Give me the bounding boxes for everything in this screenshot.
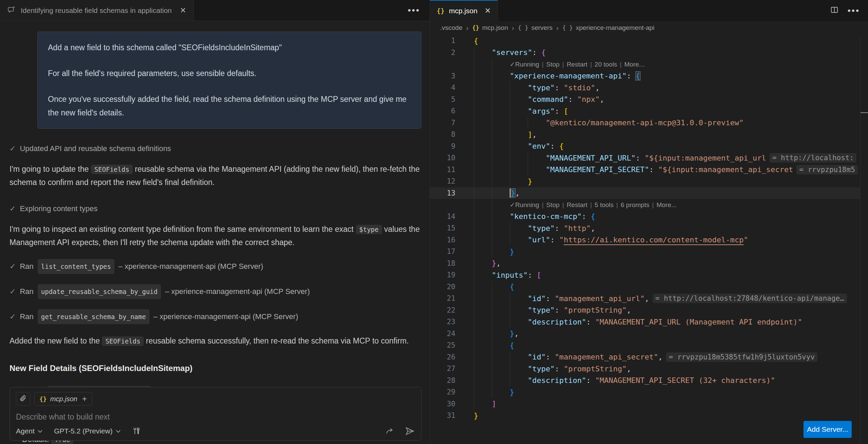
codelens-link[interactable]: Stop <box>546 61 560 68</box>
indent-guides <box>474 70 510 82</box>
url-link[interactable]: https://ai.kentico.com/content-model-mcp <box>564 236 744 244</box>
line-content: "@kentico/management-api-mcp@31.0.0-prev… <box>455 117 744 129</box>
attach-button[interactable] <box>16 392 30 406</box>
mode-picker[interactable]: Agent <box>16 427 42 435</box>
code-token: "xperience-management-api" <box>510 72 627 80</box>
indent-guides <box>474 269 492 281</box>
split-editor-icon[interactable] <box>830 5 839 16</box>
tool-name-chip[interactable]: update_reusable_schema_by_guid <box>38 284 161 299</box>
code-editor[interactable]: 1{2"servers": {✓Running|Stop|Restart|20 … <box>430 35 860 444</box>
chat-input-box[interactable]: {} mcp.json + Describe what to build nex… <box>10 387 421 441</box>
code-token: } <box>511 189 515 197</box>
tools-button[interactable] <box>132 427 141 436</box>
code-token: : <box>586 376 595 385</box>
chat-input-placeholder[interactable]: Describe what to build next <box>16 412 415 422</box>
indent-guides <box>474 316 528 328</box>
line-content: "args": [ <box>455 105 568 117</box>
code-line: 6"args": [ <box>430 105 860 117</box>
line-content: "type": "http", <box>455 222 595 234</box>
code-token: "@kentico/management-api-mcp@31.0.0-prev… <box>546 118 744 127</box>
chat-tab[interactable]: Identifying reusable field schemas in ap… <box>0 0 194 21</box>
line-number: 8 <box>430 130 455 138</box>
codelens-link[interactable]: 6 prompts <box>621 201 649 208</box>
code-token: "args" <box>528 107 555 115</box>
line-content: }, <box>455 328 519 340</box>
tool-name-chip[interactable]: get_reusable_schema_by_name <box>38 309 149 324</box>
code-token: } <box>492 259 496 267</box>
code-token: , <box>645 294 649 303</box>
codelens-text: ✓Running|Stop|Restart|5 tools|6 prompts|… <box>510 201 676 209</box>
inline-code: $type <box>356 225 382 234</box>
code-token: : <box>568 95 577 104</box>
breadcrumb-item[interactable]: { }xperience-management-api <box>562 24 654 32</box>
codelens-link[interactable]: Restart <box>567 61 587 68</box>
codelens-link[interactable]: Running <box>515 201 539 208</box>
step-label: Updated API and reusable schema definiti… <box>20 142 171 155</box>
code-token: : <box>586 318 595 326</box>
line-number: 23 <box>430 318 455 326</box>
code-token: "MANAGEMENT_API_SECRET (32+ characters)" <box>595 376 775 385</box>
editor-tabbar: {} mcp.json ✕ ••• <box>430 0 868 21</box>
line-number: 20 <box>430 283 455 291</box>
editor-tab-close-icon[interactable]: ✕ <box>485 6 491 15</box>
tool-name-chip[interactable]: list_content_types <box>38 259 114 274</box>
code-token: } <box>474 411 478 420</box>
breadcrumb-item[interactable]: .vscode <box>440 24 462 32</box>
chevron-down-icon <box>38 430 42 433</box>
indent-guides <box>474 293 528 304</box>
editor-more-icon[interactable]: ••• <box>848 5 860 16</box>
indent-guides <box>474 234 528 246</box>
breadcrumb-item[interactable]: { }servers <box>518 24 553 32</box>
check-icon: ✓ <box>10 310 16 323</box>
line-content: } <box>455 410 478 422</box>
code-token: { <box>636 72 640 80</box>
code-token: "id" <box>528 353 546 361</box>
indent-guides <box>474 94 528 106</box>
line-content: "xperience-management-api": { <box>455 70 640 82</box>
add-context-icon[interactable]: + <box>82 394 87 404</box>
code-token: : <box>555 306 564 314</box>
code-line: 17} <box>430 246 860 258</box>
codelens-link[interactable]: Restart <box>567 201 587 208</box>
tool-run-row: ✓Ranget_reusable_schema_by_name– xperien… <box>10 309 421 324</box>
code-token: " <box>744 236 748 244</box>
chat-tab-close-icon[interactable]: ✕ <box>180 6 186 15</box>
context-chip-label: mcp.json <box>50 395 77 403</box>
codelens-separator: | <box>614 201 621 208</box>
line-content: { <box>455 281 514 293</box>
breadcrumb-label: .vscode <box>440 24 462 32</box>
add-server-button[interactable]: Add Server... <box>803 421 852 438</box>
codelens-link[interactable]: Running <box>515 61 539 68</box>
code-line: 20{ <box>430 281 860 293</box>
code-line: 15"type": "http", <box>430 222 860 234</box>
codelens-link[interactable]: More... <box>624 61 644 68</box>
context-chip-mcp-json[interactable]: {} mcp.json + <box>34 392 92 406</box>
code-line: 16"url": "https://ai.kentico.com/content… <box>430 234 860 246</box>
code-token: "kentico-cm-mcp" <box>510 212 582 221</box>
codelens-link[interactable]: More... <box>656 201 676 208</box>
codelens-separator: | <box>560 201 567 208</box>
inline-code: SEOFields <box>91 165 133 174</box>
chat-more-icon[interactable]: ••• <box>408 0 430 21</box>
overview-ruler-cursor-mark <box>861 112 868 113</box>
code-token: , <box>658 353 663 361</box>
code-token: "env" <box>528 142 550 150</box>
codelens-link[interactable]: 20 tools <box>595 61 617 68</box>
editor-tab-mcp-json[interactable]: {} mcp.json ✕ <box>430 0 498 21</box>
line-number: 26 <box>430 353 455 361</box>
indent-guides <box>474 222 528 234</box>
editor-scrollbar[interactable] <box>860 35 868 444</box>
send-button[interactable] <box>405 426 415 436</box>
code-line: 4"type": "stdio", <box>430 82 860 94</box>
breadcrumb-item[interactable]: {}mcp.json <box>472 24 508 32</box>
code-token: : <box>546 294 555 303</box>
model-picker[interactable]: GPT-5.2 (Preview) <box>54 427 121 435</box>
line-number: 22 <box>430 306 455 314</box>
codelens-link[interactable]: Stop <box>546 201 560 208</box>
line-content: "servers": { <box>455 47 546 59</box>
forward-button[interactable] <box>385 426 395 436</box>
text-segment: I'm going to inspect an existing content… <box>10 225 356 234</box>
codelens-link[interactable]: 5 tools <box>595 201 614 208</box>
code-token: : <box>555 107 564 115</box>
check-icon: ✓ <box>510 61 515 68</box>
